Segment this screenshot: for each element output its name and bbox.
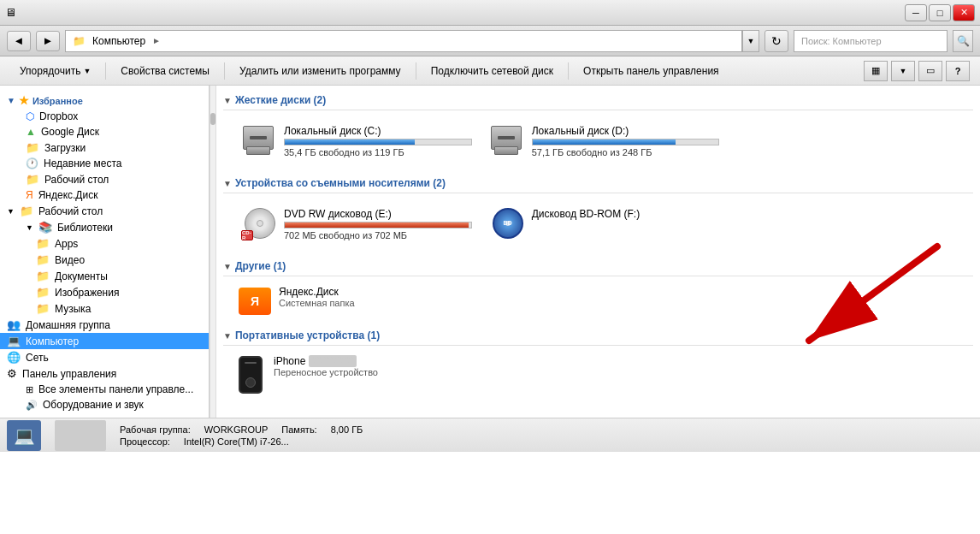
network-label: Сеть xyxy=(26,352,49,364)
bd-item[interactable]: BD Дисковод BD-ROM (F:) xyxy=(485,202,726,246)
iphone-name-blurred: XXXXXX xyxy=(309,355,357,367)
removable-grid: CD-R DVD RW дисковод (E:) 702 МБ свободн… xyxy=(223,199,973,255)
removable-label: Устройства со съемными носителями (2) xyxy=(235,177,446,189)
sidebar-item-homegroup[interactable]: 👥 Домашняя группа xyxy=(0,317,209,333)
maximize-button[interactable]: □ xyxy=(929,4,951,21)
back-button[interactable]: ◄ xyxy=(7,31,31,51)
toolbar-separator-1 xyxy=(105,62,106,80)
sidebar-item-yandex-fav[interactable]: Я Яндекс.Диск xyxy=(0,187,209,203)
yandex-disk-item[interactable]: Я Яндекс.Диск Системная папка xyxy=(223,282,973,324)
dvd-info: DVD RW дисковод (E:) 702 МБ свободно из … xyxy=(284,208,472,240)
sidebar-item-all-control[interactable]: ⊞ Все элементы панели управле... xyxy=(0,382,209,397)
drive-d-item[interactable]: Локальный диск (D:) 57,1 ГБ свободно из … xyxy=(485,119,726,163)
sidebar-item-computer[interactable]: 💻 Компьютер xyxy=(0,333,209,349)
map-drive-button[interactable]: Подключить сетевой диск xyxy=(422,61,563,81)
control-panel-nav-label: Панель управления xyxy=(22,368,116,380)
sidebar-scrollbar[interactable] xyxy=(210,86,216,418)
downloads-icon: 📁 xyxy=(26,141,39,154)
google-disk-label: Google Диск xyxy=(41,126,99,138)
recent-icon: 🕐 xyxy=(26,157,38,169)
iphone-sub: Переносное устройство xyxy=(274,367,378,377)
content-area: ▼ Жесткие диски (2) Локальный диск (C:) xyxy=(216,86,980,418)
help-button[interactable]: ? xyxy=(946,61,970,81)
preview-button[interactable]: ▭ xyxy=(918,61,942,81)
iphone-item[interactable]: iPhone XXXXXX Переносное устройство xyxy=(223,351,973,402)
hard-drives-grid: Локальный диск (C:) 35,4 ГБ свободно из … xyxy=(223,116,973,172)
organize-button[interactable]: Упорядочить ▼ xyxy=(10,61,100,81)
sidebar-item-desktop[interactable]: ▼ 📁 Рабочий стол xyxy=(0,203,209,219)
sidebar-item-images[interactable]: 📁 Изображения xyxy=(0,284,209,300)
yandex-icon-wrap: Я xyxy=(238,286,272,317)
minimize-button[interactable]: ─ xyxy=(905,4,927,21)
video-label: Видео xyxy=(55,254,85,266)
sidebar-item-documents[interactable]: 📁 Документы xyxy=(0,268,209,284)
computer-label: Компьютер xyxy=(26,335,79,347)
drive-d-free: 57,1 ГБ свободно из 248 ГБ xyxy=(532,147,720,157)
drive-c-free: 35,4 ГБ свободно из 119 ГБ xyxy=(284,147,472,157)
workgroup-value: WORKGROUP xyxy=(204,424,269,435)
address-bar: ◄ ► 📁 Компьютер ► ▼ ↻ Поиск: Компьютер 🔍 xyxy=(0,26,980,56)
close-button[interactable]: ✕ xyxy=(953,4,975,21)
video-icon: 📁 xyxy=(36,253,50,266)
desktop-expand-icon: ▼ xyxy=(7,207,15,216)
favorites-expand-icon: ▼ xyxy=(7,96,15,105)
toolbar: Упорядочить ▼ Свойства системы Удалить и… xyxy=(0,56,980,86)
system-props-button[interactable]: Свойства системы xyxy=(111,61,219,81)
downloads-label: Загрузки xyxy=(44,142,86,154)
address-dropdown[interactable]: ▼ xyxy=(742,30,759,52)
address-box[interactable]: 📁 Компьютер ► xyxy=(65,30,742,52)
status-computer-icon: 💻 xyxy=(7,420,41,451)
drive-c-bar xyxy=(284,139,472,145)
sidebar-item-video[interactable]: 📁 Видео xyxy=(0,252,209,268)
sidebar-item-music[interactable]: 📁 Музыка xyxy=(0,300,209,317)
scroll-thumb[interactable] xyxy=(210,113,215,125)
iphone-info: iPhone XXXXXX Переносное устройство xyxy=(270,355,378,377)
toolbar-right: ▦ ▼ ▭ ? xyxy=(864,61,970,81)
search-box[interactable]: Поиск: Компьютер xyxy=(794,30,948,52)
yandex-disk-sub: Системная папка xyxy=(279,298,355,308)
window-icon: 🖥 xyxy=(5,6,16,19)
apps-icon: 📁 xyxy=(36,237,50,250)
refresh-button[interactable]: ↻ xyxy=(765,30,788,52)
drive-d-bar xyxy=(532,139,720,145)
music-icon: 📁 xyxy=(36,302,50,315)
status-bar: 💻 Рабочая группа: WORKGROUP Память: 8,00… xyxy=(0,418,980,452)
sidebar-item-downloads[interactable]: 📁 Загрузки xyxy=(0,139,209,156)
forward-button[interactable]: ► xyxy=(36,31,60,51)
sidebar-item-google-disk[interactable]: ▲ Google Диск xyxy=(0,124,209,139)
address-path: Компьютер xyxy=(92,35,145,47)
sidebar-item-control-panel[interactable]: ⚙ Панель управления xyxy=(0,365,209,382)
title-bar: 🖥 ─ □ ✕ xyxy=(0,0,980,26)
sidebar-item-network[interactable]: 🌐 Сеть xyxy=(0,349,209,365)
search-button[interactable]: 🔍 xyxy=(953,30,973,52)
view-dropdown-button[interactable]: ▼ xyxy=(891,61,915,81)
other-label: Другие (1) xyxy=(235,260,286,272)
dvd-item[interactable]: CD-R DVD RW дисковод (E:) 702 МБ свободн… xyxy=(237,202,478,246)
uninstall-button[interactable]: Удалить или изменить программу xyxy=(230,61,410,81)
portable-label: Портативные устройства (1) xyxy=(235,329,380,341)
sidebar-item-libraries[interactable]: ▼ 📚 Библиотеки xyxy=(0,219,209,235)
apps-label: Apps xyxy=(55,238,78,250)
sidebar-item-dropbox[interactable]: ⬡ Dropbox xyxy=(0,109,209,124)
bd-icon-wrap: BD xyxy=(491,208,525,238)
network-icon: 🌐 xyxy=(7,351,21,364)
bd-name: Дисковод BD-ROM (F:) xyxy=(532,208,720,220)
dvd-name: DVD RW дисковод (E:) xyxy=(284,208,472,220)
iphone-label: iPhone xyxy=(274,355,305,367)
sidebar-item-recent[interactable]: 🕐 Недавние места xyxy=(0,156,209,171)
dvd-free: 702 МБ свободно из 702 МБ xyxy=(284,230,472,240)
computer-icon: 💻 xyxy=(7,335,21,347)
other-section-header: ▼ Другие (1) xyxy=(223,255,973,276)
drive-c-item[interactable]: Локальный диск (C:) 35,4 ГБ свободно из … xyxy=(237,119,478,163)
yandex-disk-info: Яндекс.Диск Системная папка xyxy=(279,286,355,308)
sidebar-item-apps[interactable]: 📁 Apps xyxy=(0,235,209,252)
google-disk-icon: ▲ xyxy=(26,126,36,138)
memory-label: Память: xyxy=(281,424,316,435)
sidebar-item-desktop-fav[interactable]: 📁 Рабочий стол xyxy=(0,171,209,187)
favorites-star-icon: ★ xyxy=(19,94,29,107)
removable-arrow: ▼ xyxy=(223,179,232,188)
sidebar-item-hardware[interactable]: 🔊 Оборудование и звук xyxy=(0,397,209,412)
view-toggle-button[interactable]: ▦ xyxy=(864,61,888,81)
libraries-expand-icon: ▼ xyxy=(26,223,33,232)
control-panel-button[interactable]: Открыть панель управления xyxy=(574,61,729,81)
